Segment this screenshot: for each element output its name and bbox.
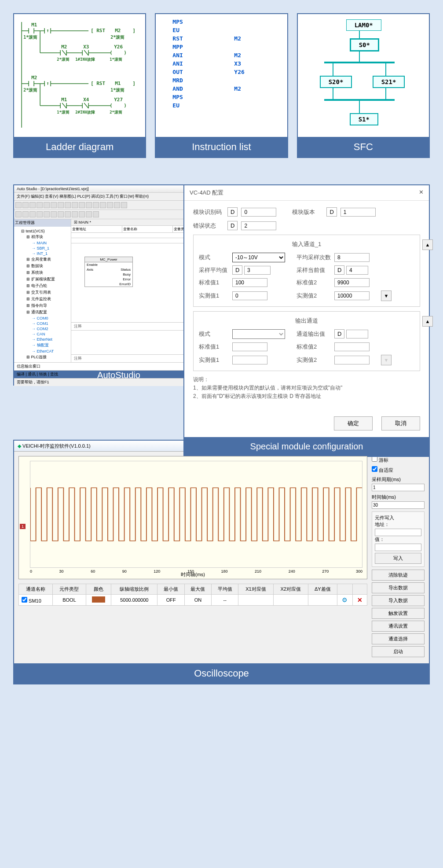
osc-control-button[interactable]: 导出数据 (372, 582, 425, 593)
osc-control-button[interactable]: 清除轨迹 (372, 570, 425, 581)
toolbar-icon[interactable] (72, 211, 78, 217)
module-ver-input[interactable] (340, 208, 376, 217)
toolbar-icon[interactable] (44, 202, 50, 208)
osc-control-button[interactable]: 启动 (372, 646, 425, 657)
tree-item[interactable]: → EtherCAT (16, 349, 69, 354)
sample-cur-input[interactable] (346, 266, 368, 275)
tree-item[interactable]: ⊞ 交叉引用表 (16, 289, 69, 296)
real1-input[interactable] (232, 291, 267, 300)
toolbar-icon[interactable] (65, 202, 71, 208)
color-swatch[interactable] (92, 596, 105, 603)
toolbar-icon[interactable] (15, 211, 22, 217)
error-status-input[interactable] (241, 221, 276, 230)
tree-item[interactable]: ⊞ PLC连接 (16, 354, 69, 360)
tree-item[interactable]: → COM2 (16, 326, 69, 331)
toolbar-icon[interactable] (93, 211, 99, 217)
mc-power-block[interactable]: MC_Power Enable AxisStatus Busy Error Er… (84, 257, 133, 287)
std1-input[interactable] (232, 278, 267, 287)
autofit-checkbox[interactable] (372, 466, 377, 472)
tree-item[interactable]: → EtherNet (16, 337, 69, 342)
tree-item[interactable]: ⊟ test1(VC5) (16, 228, 69, 234)
gear-icon[interactable]: ⚙ (342, 596, 348, 603)
sample-avg-input[interactable] (244, 266, 271, 275)
toolbar-icon[interactable] (86, 202, 92, 208)
toolbar-icon[interactable] (65, 211, 71, 217)
out-real1-input[interactable] (232, 356, 267, 364)
tree-item[interactable]: → MAIN (16, 240, 69, 246)
tree-item[interactable]: → INT_1 (16, 251, 69, 256)
toolbar-icon[interactable] (107, 202, 113, 208)
toolbar-icon[interactable] (121, 202, 127, 208)
elem-write-val-input[interactable] (375, 544, 421, 551)
toolbar-icon[interactable] (58, 211, 64, 217)
toolbar-icon[interactable] (44, 211, 50, 217)
osc-control-button[interactable]: 触发设置 (372, 608, 425, 619)
out-real2-input[interactable] (334, 356, 370, 364)
out-std2-input[interactable] (334, 342, 370, 351)
tree-item[interactable]: → CAN (16, 331, 69, 337)
out-mode-select[interactable] (232, 329, 285, 339)
toolbar-icon[interactable] (72, 202, 78, 208)
scroll-up-button[interactable]: ▲ (422, 316, 433, 327)
avg-count-input[interactable] (334, 253, 370, 262)
toolbar-icon[interactable] (37, 211, 43, 217)
out-std1-input[interactable] (232, 342, 267, 351)
toolbar-icon[interactable] (51, 211, 57, 217)
tree-item[interactable]: → COM0 (16, 316, 69, 321)
cancel-button[interactable]: 取消 (381, 416, 420, 430)
toolbar-icon[interactable] (51, 202, 57, 208)
ok-button[interactable]: 确定 (334, 416, 373, 430)
delete-icon[interactable]: ✕ (357, 596, 362, 603)
toolbar-icon[interactable] (22, 202, 29, 208)
tree-item[interactable]: → SBR_1 (16, 246, 69, 251)
mode-select[interactable]: -10～10V (232, 253, 285, 262)
tree-item[interactable]: → COM1 (16, 321, 69, 326)
toolbar-icon[interactable] (86, 211, 92, 217)
toolbar-icon[interactable] (29, 211, 36, 217)
svg-text:2*滚筒: 2*滚筒 (110, 35, 124, 40)
toolbar-icon[interactable] (79, 211, 85, 217)
toolbar-icon[interactable] (100, 202, 106, 208)
toolbar-icon[interactable] (93, 202, 99, 208)
elem-write-addr-input[interactable] (375, 529, 421, 536)
svg-text:[: [ (91, 28, 94, 33)
toolbar-icon[interactable] (79, 202, 85, 208)
toolbar-icon[interactable] (29, 202, 36, 208)
std2-input[interactable] (334, 278, 370, 287)
tree-item[interactable]: ⊞ 全局变量表 (16, 256, 69, 263)
tree-item[interactable]: ⊞ 数据块 (16, 263, 69, 269)
toolbar-icon[interactable] (37, 202, 43, 208)
tab-label: MAIN * (79, 220, 92, 224)
tree-item[interactable]: ⊞ 扩展模块配置 (16, 276, 69, 283)
osc-control-button[interactable]: 通讯设置 (372, 621, 425, 632)
out-real1-label: 实测值1 (199, 356, 230, 364)
close-icon[interactable]: ✕ (419, 189, 424, 197)
module-id-input[interactable] (241, 208, 276, 217)
scroll-up-button[interactable]: ▲ (422, 239, 433, 250)
time-axis-input[interactable] (372, 501, 425, 509)
sfc-lines (298, 14, 429, 129)
real2-input[interactable] (334, 291, 370, 300)
tree-item[interactable]: ⊞ 电子凸轮 (16, 283, 69, 289)
osc-control-button[interactable]: 通道选择 (372, 633, 425, 644)
project-tree[interactable]: 工程管理器 ⊟ test1(VC5)⊞ 程序块→ MAIN→ SBR_1→ IN… (14, 219, 71, 362)
toolbar-icon[interactable] (22, 211, 29, 217)
osc-chart[interactable]: 1 0306090120150180210240270300 时间轴(ms) (18, 456, 367, 579)
channel-enable-checkbox[interactable] (22, 597, 27, 603)
tree-item[interactable]: ⊞ 元件监控表 (16, 296, 69, 302)
tree-item[interactable]: ⊞ 通讯配置 (16, 309, 69, 316)
toolbar-icon[interactable] (58, 202, 64, 208)
toolbar-icon[interactable] (114, 202, 120, 208)
tree-item[interactable]: ⊞ 系统块 (16, 269, 69, 276)
write-button[interactable]: 写入 (375, 553, 421, 564)
osc-control-button[interactable]: 导入数据 (372, 595, 425, 606)
toolbar-icon[interactable] (15, 202, 22, 208)
tree-item[interactable]: ⊞ 指令向导 (16, 302, 69, 309)
ch-out-input[interactable] (346, 330, 368, 338)
tree-item[interactable]: ⊞ 程序块 (16, 234, 69, 240)
cursor-checkbox[interactable] (372, 456, 377, 462)
sample-period-input[interactable] (372, 484, 425, 491)
tree-item[interactable]: → 轴配置 (16, 342, 69, 349)
scroll-down-button[interactable]: ▼ (381, 291, 392, 301)
instruction-line: MRD (159, 76, 283, 85)
